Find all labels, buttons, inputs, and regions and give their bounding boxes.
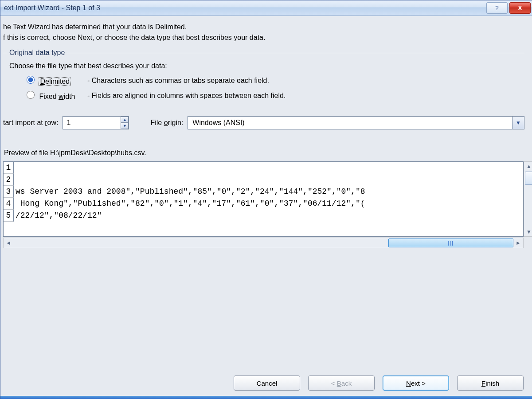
scroll-thumb-horizontal[interactable]: ||| — [388, 239, 513, 247]
preview-horizontal-scrollbar[interactable]: ◄ ||| ► — [3, 238, 524, 248]
import-settings-row: tart import at row: ▲ ▼ File origin: ▼ — [3, 116, 524, 129]
preview-area: 123ws Server 2003 and 2008","Published",… — [3, 161, 524, 248]
fixed-width-description: - Fields are aligned in columns with spa… — [87, 90, 286, 101]
preview-box: 123ws Server 2003 and 2008","Published",… — [3, 161, 524, 237]
dialog-body: he Text Wizard has determined that your … — [0, 16, 532, 248]
preview-line-text: Hong Kong","Published","82","0","1","4",… — [14, 198, 365, 210]
text-import-wizard-dialog: ext Import Wizard - Step 1 of 3 ? X he T… — [0, 0, 532, 399]
intro-line-1: he Text Wizard has determined that your … — [3, 23, 524, 31]
next-button[interactable]: Next > — [383, 376, 449, 391]
chevron-down-icon[interactable]: ▼ — [512, 116, 524, 129]
preview-label: Preview of file H:\jpmDesk\Desktop\hubs.… — [4, 149, 524, 157]
preview-row: 2 — [4, 174, 523, 186]
original-data-type-group: Original data type Choose the file type … — [3, 49, 524, 110]
radio-delimited-label[interactable]: Delimited — [39, 78, 70, 85]
preview-line-number: 2 — [4, 174, 14, 186]
preview-line-number: 1 — [4, 162, 14, 174]
scroll-right-icon[interactable]: ► — [513, 238, 523, 248]
preview-line-text — [14, 174, 16, 186]
preview-line-text: ws Server 2003 and 2008","Published","85… — [14, 186, 365, 198]
preview-row: 4 Hong Kong","Published","82","0","1","4… — [4, 198, 523, 210]
dialog-button-bar: Cancel < Back Next > Finish — [234, 376, 524, 391]
back-button: < Back — [308, 376, 375, 391]
delimited-description: - Characters such as commas or tabs sepa… — [87, 75, 269, 86]
radio-delimited[interactable] — [27, 76, 35, 84]
preview-line-number: 3 — [4, 186, 14, 198]
preview-row: 1 — [4, 162, 523, 174]
scroll-down-icon[interactable]: ▼ — [524, 227, 532, 236]
window-bottom-edge — [0, 396, 532, 399]
start-row-spinner[interactable]: ▲ ▼ — [63, 116, 138, 129]
scroll-up-icon[interactable]: ▲ — [524, 162, 532, 171]
cancel-button[interactable]: Cancel — [234, 376, 300, 391]
spinner-up[interactable]: ▲ — [121, 117, 129, 123]
scroll-thumb-vertical[interactable] — [525, 172, 532, 185]
preview-row: 3ws Server 2003 and 2008","Published","8… — [4, 186, 523, 198]
close-button[interactable]: X — [509, 2, 531, 14]
scroll-left-icon[interactable]: ◄ — [4, 238, 13, 248]
group-legend: Original data type — [7, 49, 67, 57]
preview-vertical-scrollbar[interactable]: ▲ ▼ — [524, 161, 532, 237]
preview-line-number: 4 — [4, 198, 14, 210]
radio-fixed-width[interactable] — [27, 91, 35, 99]
finish-button[interactable]: Finish — [457, 376, 524, 391]
help-button[interactable]: ? — [486, 2, 508, 14]
start-row-input[interactable] — [63, 116, 129, 129]
preview-line-text: /22/12","08/22/12" — [14, 210, 102, 222]
intro-line-2: f this is correct, choose Next, or choos… — [3, 34, 524, 42]
spinner-down[interactable]: ▼ — [121, 123, 129, 129]
question-icon: ? — [495, 4, 499, 12]
file-origin-value[interactable] — [188, 116, 512, 129]
preview-line-text — [14, 162, 16, 174]
preview-line-number: 5 — [4, 210, 14, 222]
radio-fixed-width-label[interactable]: Fixed width — [39, 93, 75, 100]
file-origin-label: File origin: — [150, 119, 183, 127]
close-icon: X — [518, 4, 522, 12]
file-origin-combo[interactable]: ▼ — [188, 116, 524, 129]
start-row-label: tart import at row: — [3, 119, 58, 127]
group-hint: Choose the file type that best describes… — [9, 62, 521, 70]
title-bar[interactable]: ext Import Wizard - Step 1 of 3 ? X — [0, 0, 532, 16]
window-title: ext Import Wizard - Step 1 of 3 — [4, 4, 485, 12]
preview-row: 5/22/12","08/22/12" — [4, 210, 523, 222]
